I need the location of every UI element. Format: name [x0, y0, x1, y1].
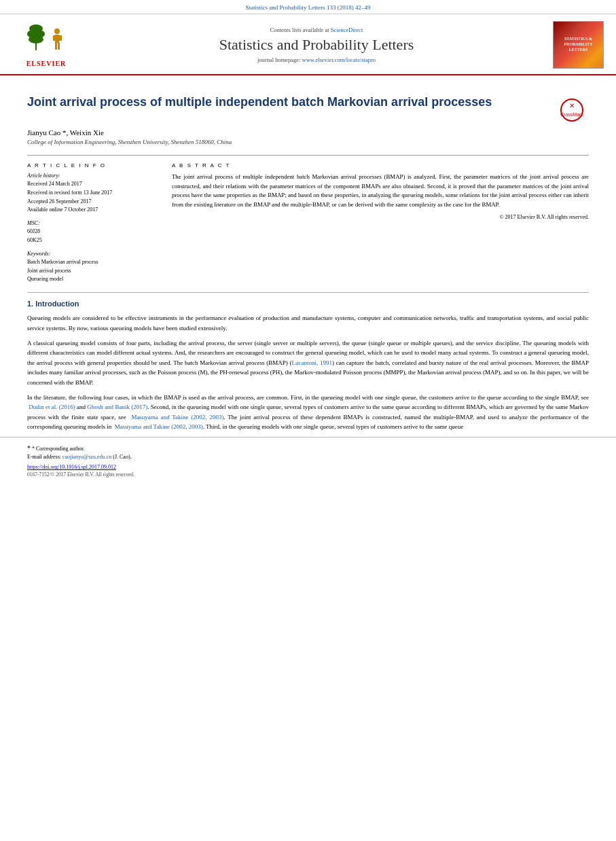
journal-header: ELSEVIER Contents lists available at Sci… [0, 14, 616, 75]
crossmark-icon: ✕ CrossMark [559, 97, 585, 123]
svg-point-4 [54, 29, 60, 34]
article-info-heading: A R T I C L E I N F O [27, 162, 160, 168]
issn-line: 0167-7152/© 2017 Elsevier B.V. All right… [27, 471, 589, 478]
authors-line: Jianyu Cao *, Weixin Xie [27, 128, 589, 137]
page: Statistics and Probability Letters 133 (… [0, 0, 616, 841]
sciencedirect-link[interactable]: ScienceDirect [331, 26, 363, 33]
abstract-text: The joint arrival process of multiple in… [172, 173, 589, 210]
msc-label: MSC: [27, 220, 160, 226]
article-dates: Received 24 March 2017 Received in revis… [27, 180, 160, 215]
article-info-abstract-section: A R T I C L E I N F O Article history: R… [27, 155, 589, 284]
msc-codes: 60J28 60K25 [27, 228, 160, 245]
introduction-section: 1. Introduction Queueing models are cons… [27, 300, 589, 431]
svg-text:✕: ✕ [569, 102, 575, 109]
journal-reference-text: Statistics and Probability Letters 133 (… [246, 4, 371, 11]
page-footer: * * Corresponding author. E-mail address… [0, 437, 616, 482]
ghosh-ref-link[interactable]: Ghosh and Banik (2017) [87, 404, 147, 410]
journal-reference-bar: Statistics and Probability Letters 133 (… [0, 0, 616, 14]
elsevier-brand-text: ELSEVIER [26, 60, 67, 67]
masuyama-ref-link-2[interactable]: Masuyama and Takine (2002, 2003) [115, 423, 203, 430]
dudin-ref-link[interactable]: Dudin et al. (2016) [29, 404, 75, 410]
thumbnail-text: STATISTICS & PROBABILITY LETTERS [556, 37, 600, 52]
svg-rect-8 [55, 43, 57, 50]
svg-rect-9 [58, 43, 60, 50]
journal-homepage-line: journal homepage: www.elsevier.com/locat… [80, 56, 553, 63]
copyright-notice: © 2017 Elsevier B.V. All rights reserved… [172, 214, 589, 220]
abstract-column: A B S T R A C T The joint arrival proces… [172, 162, 589, 284]
abstract-heading: A B S T R A C T [172, 162, 589, 168]
svg-rect-6 [53, 35, 56, 41]
email-footnote: E-mail address: caojianyu@szu.edu.cn (J.… [27, 453, 589, 461]
history-label: Article history: [27, 173, 160, 179]
svg-rect-7 [59, 35, 62, 41]
author-email-link[interactable]: caojianyu@szu.edu.cn [62, 454, 111, 460]
elsevier-logo: ELSEVIER [12, 23, 80, 67]
elsevier-tree-icon [22, 23, 71, 58]
journal-title-center: Contents lists available at ScienceDirec… [80, 26, 553, 63]
journal-thumbnail-image: STATISTICS & PROBABILITY LETTERS [553, 21, 604, 69]
affiliation-line: College of Information Engineering, Shen… [27, 139, 589, 145]
intro-para-2: A classical queueing model consists of f… [27, 338, 589, 387]
keywords-list: Batch Markovian arrival process Joint ar… [27, 258, 160, 284]
section-divider [27, 292, 589, 293]
article-title: Joint arrival process of multiple indepe… [27, 94, 548, 110]
keywords-label: Keywords: [27, 251, 160, 257]
journal-homepage-link[interactable]: www.elsevier.com/locate/stapro [302, 56, 376, 63]
introduction-heading: 1. Introduction [27, 300, 589, 308]
intro-para-3: In the literature, the following four ca… [27, 393, 589, 432]
intro-para-1: Queueing models are considered to be eff… [27, 313, 589, 333]
lucantoni-ref-link[interactable]: Lucantoni, 1991 [292, 359, 332, 366]
svg-text:CrossMark: CrossMark [560, 112, 583, 117]
main-content: Joint arrival process of multiple indepe… [0, 75, 616, 431]
contents-line: Contents lists available at ScienceDirec… [80, 26, 553, 33]
svg-point-3 [29, 35, 43, 43]
doi-link[interactable]: https://doi.org/10.1016/j.spl.2017.09.01… [27, 464, 589, 470]
article-info-column: A R T I C L E I N F O Article history: R… [27, 162, 160, 284]
masuyama-ref-link-1[interactable]: Masuyama and Takine (2002, 2003) [131, 414, 223, 420]
journal-name: Statistics and Probability Letters [80, 36, 553, 54]
corresponding-author-note: * * Corresponding author. [27, 443, 589, 453]
